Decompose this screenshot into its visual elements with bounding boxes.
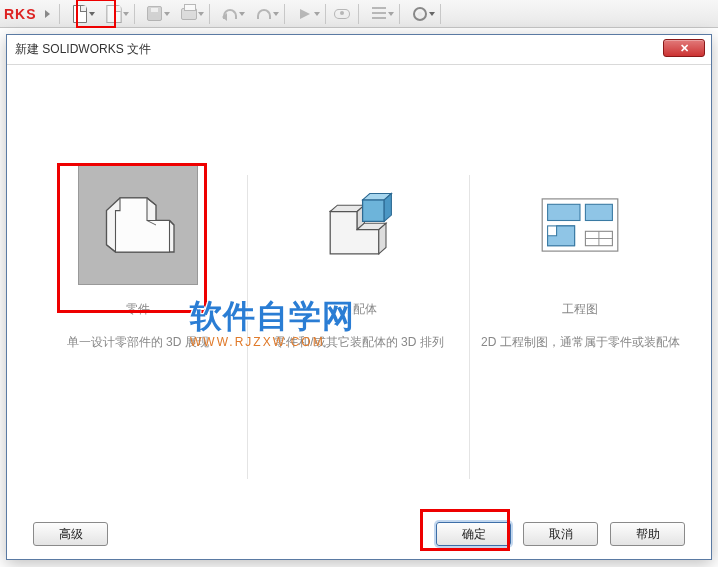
chevron-down-icon [164,12,170,16]
toolbar-separator [440,4,441,24]
chevron-down-icon [388,12,394,16]
chevron-down-icon [273,12,279,16]
option-assembly-title: 装配体 [341,301,377,318]
dialog-footer: 高级 确定 取消 帮助 [7,509,711,559]
svg-marker-11 [363,200,385,222]
chevron-down-icon [429,12,435,16]
option-drawing-title: 工程图 [562,301,598,318]
part-icon-container [78,165,198,285]
save-icon [147,6,162,21]
options-list-button[interactable] [362,2,396,26]
drawing-icon-container [520,165,640,285]
advanced-button[interactable]: 高级 [33,522,108,546]
cancel-button[interactable]: 取消 [523,522,598,546]
toolbar-separator [358,4,359,24]
assembly-icon [314,180,404,270]
cursor-icon [300,9,310,19]
new-file-icon [73,5,87,23]
option-part-title: 零件 [126,301,150,318]
svg-marker-1 [115,198,169,252]
open-file-icon [106,5,121,23]
svg-rect-16 [586,204,613,220]
save-button[interactable] [138,2,172,26]
chevron-down-icon [198,12,204,16]
redo-icon [257,9,271,19]
option-assembly-desc: 零件和/或其它装配体的 3D 排列 [274,334,443,351]
assembly-icon-container [299,165,419,285]
chevron-down-icon [123,12,129,16]
svg-rect-15 [548,204,580,220]
ok-button[interactable]: 确定 [436,522,511,546]
chevron-down-icon [239,12,245,16]
option-part[interactable]: 零件 单一设计零部件的 3D 展现 [27,165,248,489]
list-icon [372,7,386,21]
option-part-desc: 单一设计零部件的 3D 展现 [67,334,209,351]
toolbar-separator [59,4,60,24]
drawing-icon [535,190,625,260]
print-button[interactable] [172,2,206,26]
option-drawing-desc: 2D 工程制图，通常属于零件或装配体 [481,334,680,351]
toolbar-separator [284,4,285,24]
rebuild-icon [334,9,350,19]
option-assembly[interactable]: 装配体 零件和/或其它装配体的 3D 排列 [248,165,469,489]
main-toolbar: RKS [0,0,718,28]
close-icon: ✕ [680,42,689,55]
rebuild-button[interactable] [329,2,355,26]
new-file-button[interactable] [63,2,97,26]
close-button[interactable]: ✕ [663,39,705,57]
app-logo-fragment: RKS [4,6,37,22]
settings-button[interactable] [403,2,437,26]
option-drawing[interactable]: 工程图 2D 工程制图，通常属于零件或装配体 [470,165,691,489]
redo-button[interactable] [247,2,281,26]
select-button[interactable] [288,2,322,26]
toolbar-separator [399,4,400,24]
dialog-titlebar: 新建 SOLIDWORKS 文件 ✕ [7,35,711,65]
toolbar-separator [325,4,326,24]
open-file-button[interactable] [97,2,131,26]
new-document-dialog: 新建 SOLIDWORKS 文件 ✕ 零件 单一设计零部件的 3D 展现 [6,34,712,560]
toolbar-separator [134,4,135,24]
undo-icon [223,9,237,19]
dialog-title: 新建 SOLIDWORKS 文件 [15,41,151,58]
gear-icon [413,7,427,21]
undo-button[interactable] [213,2,247,26]
dialog-content: 零件 单一设计零部件的 3D 展现 装配体 零件和/或其它装配体的 3D 排列 [7,65,711,509]
part-icon [93,180,183,270]
chevron-right-icon [45,10,50,18]
chevron-down-icon [314,12,320,16]
chevron-down-icon [89,12,95,16]
print-icon [181,8,197,20]
help-button[interactable]: 帮助 [610,522,685,546]
toolbar-separator [209,4,210,24]
